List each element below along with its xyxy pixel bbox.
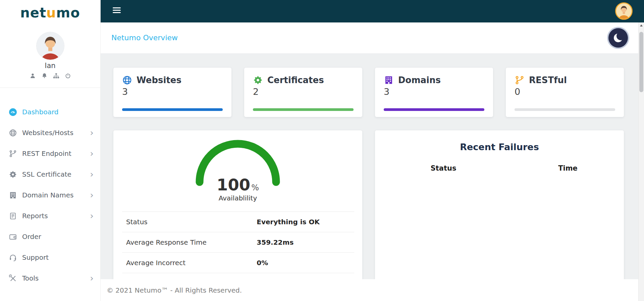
sidebar-item-label: Order <box>22 233 41 241</box>
logo-part-net: net <box>20 5 46 20</box>
availability-percent: 100 <box>217 175 250 194</box>
domains-card: Domains 3 <box>375 68 493 117</box>
power-icon[interactable] <box>64 72 71 79</box>
main-content: Netumo Overview Websites 3 Certificates <box>101 22 644 301</box>
card-value: 3 <box>122 86 223 97</box>
sidebar-item-label: SSL Certificate <box>22 170 71 178</box>
stats-row-response-time: Average Response Time 359.22ms <box>122 232 354 252</box>
branch-icon <box>515 75 525 85</box>
sidebar-item-ssl-certificate[interactable]: SSL Certificate › <box>0 164 100 185</box>
sidebar-item-reports[interactable]: Reports › <box>0 205 100 226</box>
sitemap-icon[interactable] <box>53 72 60 79</box>
sidebar-item-label: Reports <box>22 212 48 220</box>
certificate-icon <box>9 170 17 179</box>
netumo-logo[interactable]: netumo <box>0 0 100 21</box>
progress-bar <box>515 108 615 111</box>
restful-card: RESTful 0 <box>506 68 624 117</box>
avatar-illustration <box>37 32 64 60</box>
content-header: Netumo Overview <box>101 22 644 53</box>
stat-row-label: Average Response Time <box>122 238 257 246</box>
avatar-illustration <box>616 3 632 19</box>
card-label: RESTful <box>529 75 567 85</box>
bell-icon[interactable] <box>41 72 48 79</box>
card-label: Certificates <box>267 75 324 85</box>
stat-row-value: 0% <box>257 259 354 267</box>
progress-bar <box>384 108 484 111</box>
globe-icon <box>9 129 17 137</box>
user-avatar <box>36 32 64 60</box>
sidebar-item-label: Tools <box>22 274 39 282</box>
headset-icon <box>9 253 17 262</box>
column-header-status: Status <box>375 164 512 172</box>
chevron-right-icon: › <box>90 213 94 219</box>
sidebar-item-websites-hosts[interactable]: Websites/Hosts › <box>0 122 100 143</box>
column-header-time: Time <box>512 164 624 172</box>
chevron-right-icon: › <box>90 275 94 282</box>
gauge-value: 100% <box>191 175 285 194</box>
chevron-right-icon: › <box>90 192 94 198</box>
sidebar-item-order[interactable]: Order <box>0 226 100 247</box>
dark-mode-toggle[interactable] <box>608 28 628 48</box>
availability-panel: 100% Availablility Status Everything is … <box>113 130 362 301</box>
logo-part-u: u <box>46 5 56 20</box>
card-value: 0 <box>515 86 615 97</box>
hamburger-icon[interactable] <box>113 7 121 14</box>
chevron-right-icon: › <box>90 129 94 136</box>
building-icon <box>9 191 17 199</box>
wallet-icon <box>9 233 17 241</box>
stat-row-label: Status <box>122 218 257 226</box>
stats-row-incorrect: Average Incorrect 0% <box>122 252 354 273</box>
card-value: 2 <box>253 86 354 97</box>
report-icon <box>9 212 17 220</box>
websites-card: Websites 3 <box>113 68 231 117</box>
stat-row-label: Average Incorrect <box>122 259 257 267</box>
scrollbar-thumb[interactable] <box>639 32 643 92</box>
sidebar-item-label: Websites/Hosts <box>22 129 73 137</box>
logo-part-mo: mo <box>56 5 80 20</box>
vertical-scrollbar[interactable] <box>638 22 644 301</box>
progress-bar <box>122 108 223 111</box>
summary-cards: Websites 3 Certificates 2 Domains 3 <box>113 68 624 117</box>
sidebar-item-tools[interactable]: Tools › <box>0 268 100 289</box>
sidebar-item-label: Support <box>22 253 49 261</box>
availability-gauge: 100% <box>191 134 285 187</box>
availability-label: Availablility <box>113 194 362 202</box>
sidebar-item-support[interactable]: Support <box>0 247 100 268</box>
profile-block: Ian <box>0 32 100 88</box>
chevron-right-icon: › <box>90 171 94 178</box>
profile-actions <box>0 72 100 79</box>
sidebar-item-rest-endpoint[interactable]: REST Endpoint › <box>0 143 100 164</box>
availability-stats: Status Everything is OK Average Response… <box>122 212 354 273</box>
topbar-avatar[interactable] <box>615 2 633 20</box>
certificate-icon <box>253 75 263 85</box>
sidebar-item-label: Domain Names <box>22 191 73 199</box>
sidebar-nav: Dashboard Websites/Hosts › REST Endpoint… <box>0 88 100 289</box>
building-icon <box>384 75 394 85</box>
recent-failures-title: Recent Failures <box>375 142 624 152</box>
sidebar: netumo Ian <box>0 0 101 301</box>
recent-failures-headers: Status Time <box>375 164 624 172</box>
sidebar-item-label: Dashboard <box>22 108 59 116</box>
moon-icon <box>614 34 623 42</box>
card-label: Domains <box>398 75 441 85</box>
sidebar-item-domain-names[interactable]: Domain Names › <box>0 185 100 205</box>
footer: © 2021 Netumo™ - All Rights Reserved. <box>101 279 644 301</box>
topbar <box>101 0 644 22</box>
percent-sign: % <box>251 183 259 192</box>
branch-icon <box>9 149 17 158</box>
sidebar-item-dashboard[interactable]: Dashboard <box>0 102 100 122</box>
progress-bar <box>253 108 354 111</box>
detail-panels: 100% Availablility Status Everything is … <box>113 130 624 301</box>
sidebar-item-label: REST Endpoint <box>22 149 71 158</box>
user-icon[interactable] <box>29 72 36 79</box>
chevron-right-icon: › <box>90 150 94 157</box>
card-value: 3 <box>384 86 484 97</box>
globe-icon <box>122 75 132 85</box>
stat-row-value: Everything is OK <box>257 218 354 226</box>
user-name: Ian <box>0 62 100 70</box>
stats-row-status: Status Everything is OK <box>122 212 354 232</box>
scroll-up-arrow-icon[interactable] <box>639 22 644 28</box>
certificates-card: Certificates 2 <box>244 68 362 117</box>
recent-failures-panel: Recent Failures Status Time <box>375 130 624 301</box>
page-title: Netumo Overview <box>111 22 178 53</box>
